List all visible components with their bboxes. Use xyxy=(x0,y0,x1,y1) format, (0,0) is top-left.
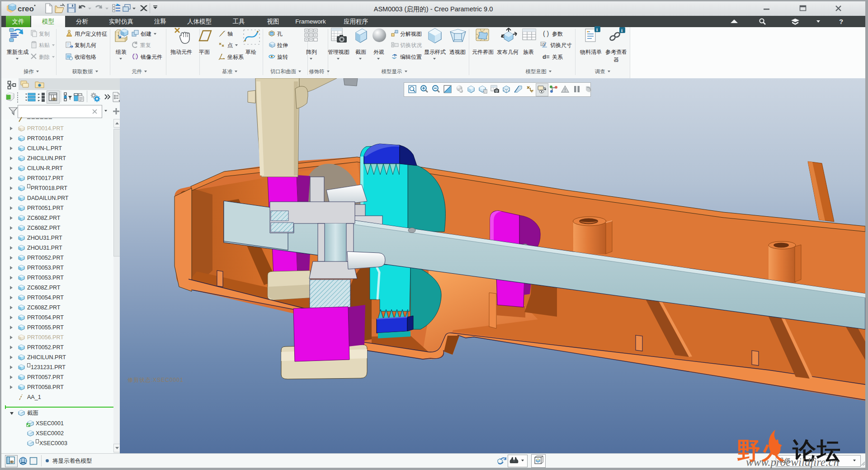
svg-text:?: ? xyxy=(839,18,843,25)
svg-text:i: i xyxy=(596,27,598,32)
svg-text:y: y xyxy=(395,53,396,56)
svg-text:15: 15 xyxy=(541,43,545,46)
svg-text:( ): ( ) xyxy=(543,30,549,37)
svg-text:i: i xyxy=(621,28,623,33)
svg-text:d=: d= xyxy=(542,53,550,60)
